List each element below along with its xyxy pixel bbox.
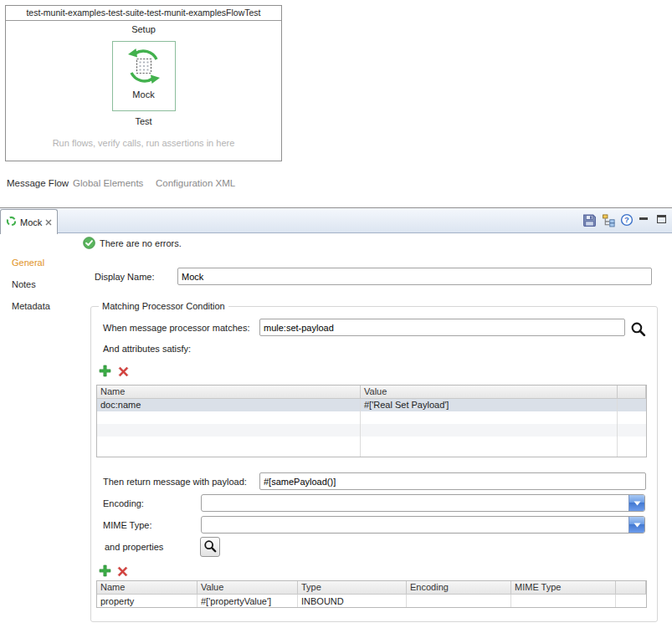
encoding-select[interactable] — [201, 494, 645, 512]
properties-tab-label: Mock — [20, 217, 42, 227]
table-row-empty[interactable] — [97, 437, 646, 449]
table-filler — [97, 449, 646, 457]
matches-input[interactable] — [259, 319, 625, 336]
sidebar-item-notes[interactable]: Notes — [12, 279, 36, 289]
table-row-empty[interactable] — [97, 411, 646, 424]
matches-label: When message processor matches: — [103, 323, 249, 333]
svg-text:?: ? — [624, 215, 629, 224]
column-header-value[interactable]: Value — [361, 385, 618, 398]
column-header-value[interactable]: Value — [197, 581, 298, 594]
tab-global-elements[interactable]: Global Elements — [73, 178, 143, 188]
chevron-down-icon[interactable] — [628, 517, 644, 533]
minimize-icon[interactable] — [639, 216, 648, 220]
cell-empty — [97, 424, 361, 437]
search-icon — [203, 539, 217, 554]
tab-message-flow[interactable]: Message Flow — [7, 178, 69, 188]
cell-empty — [361, 437, 618, 449]
payload-label: Then return message with payload: — [103, 477, 247, 487]
column-header-extra[interactable] — [618, 385, 646, 398]
column-header-encoding[interactable]: Encoding — [407, 581, 511, 594]
tree-view-icon[interactable] — [602, 213, 616, 227]
column-header-extra[interactable] — [616, 581, 646, 594]
encoding-label: Encoding: — [103, 498, 144, 508]
cell-name[interactable]: doc:name — [97, 399, 361, 411]
payload-input[interactable] — [259, 472, 646, 490]
flow-canvas: test-munit-examples-test-suite-test-muni… — [5, 5, 282, 161]
add-icon[interactable] — [99, 564, 111, 579]
table-row-empty[interactable] — [97, 424, 646, 437]
cell-empty — [361, 449, 618, 457]
cell-value[interactable]: #['Real Set Payload'] — [361, 399, 618, 411]
cell-extra[interactable] — [616, 595, 646, 608]
properties-label: and properties — [105, 542, 163, 552]
search-icon[interactable] — [630, 321, 646, 339]
cell-empty — [618, 449, 646, 457]
properties-search-button[interactable] — [200, 537, 220, 557]
properties-tab-mock[interactable]: Mock — [0, 209, 58, 234]
display-name-input[interactable] — [177, 268, 652, 285]
status-ok-icon — [83, 237, 95, 251]
mock-component[interactable]: Mock — [112, 41, 176, 111]
cell-empty — [618, 437, 646, 449]
cell-empty — [361, 424, 618, 437]
properties-table: Name Value Type Encoding MIME Type prope… — [96, 580, 647, 608]
cell-empty — [618, 424, 646, 437]
mime-type-select[interactable] — [201, 516, 645, 534]
cell-empty — [361, 411, 618, 424]
properties-panel-header: Mock ? — [0, 207, 672, 233]
properties-table-header: Name Value Type Encoding MIME Type — [97, 581, 646, 595]
save-icon[interactable] — [582, 213, 597, 227]
column-header-name[interactable]: Name — [97, 385, 361, 398]
attributes-table-header: Name Value — [97, 385, 646, 399]
cell-extra[interactable] — [618, 399, 646, 411]
table-row[interactable]: property #['propertyValue'] INBOUND — [97, 595, 646, 608]
application-window: test-munit-examples-test-suite-test-muni… — [0, 0, 672, 628]
sidebar-item-general[interactable]: General — [12, 258, 44, 268]
delete-icon[interactable] — [117, 566, 128, 579]
setup-label: Setup — [6, 24, 281, 34]
cell-encoding[interactable] — [407, 595, 511, 608]
cell-empty — [97, 411, 361, 424]
cell-value[interactable]: #['propertyValue'] — [197, 595, 298, 608]
mock-component-label: Mock — [132, 89, 154, 100]
delete-icon[interactable] — [118, 366, 129, 379]
attributes-table: Name Value doc:name #['Real Set Payload'… — [96, 385, 647, 457]
mime-type-label: MIME Type: — [103, 520, 151, 530]
chevron-down-icon[interactable] — [628, 495, 644, 511]
attributes-label: And attributes satisfy: — [103, 344, 191, 354]
help-icon[interactable]: ? — [620, 213, 634, 227]
canvas-hint: Run flows, verify calls, run assertions … — [6, 138, 281, 148]
sidebar-item-metadata[interactable]: Metadata — [12, 301, 50, 311]
tab-configuration-xml[interactable]: Configuration XML — [156, 178, 235, 188]
status-text: There are no errors. — [100, 238, 182, 248]
column-header-name[interactable]: Name — [97, 581, 197, 594]
cell-type[interactable]: INBOUND — [298, 595, 407, 608]
mock-tab-icon — [6, 216, 17, 228]
group-title: Matching Processor Condition — [99, 301, 228, 311]
table-row[interactable]: doc:name #['Real Set Payload'] — [97, 399, 646, 411]
maximize-icon[interactable] — [657, 215, 666, 223]
add-icon[interactable] — [99, 365, 111, 379]
column-header-type[interactable]: Type — [298, 581, 407, 594]
cell-name[interactable]: property — [97, 595, 197, 608]
cell-empty — [97, 437, 361, 449]
display-name-label: Display Name: — [95, 272, 155, 282]
column-header-mime[interactable]: MIME Type — [511, 581, 616, 594]
close-icon[interactable] — [45, 217, 52, 227]
flow-title: test-munit-examples-test-suite-test-muni… — [6, 6, 281, 21]
test-label: Test — [6, 116, 281, 126]
cell-mime[interactable] — [511, 595, 616, 608]
cell-empty — [97, 449, 361, 457]
mock-component-icon — [125, 47, 163, 87]
cell-empty — [618, 411, 646, 424]
